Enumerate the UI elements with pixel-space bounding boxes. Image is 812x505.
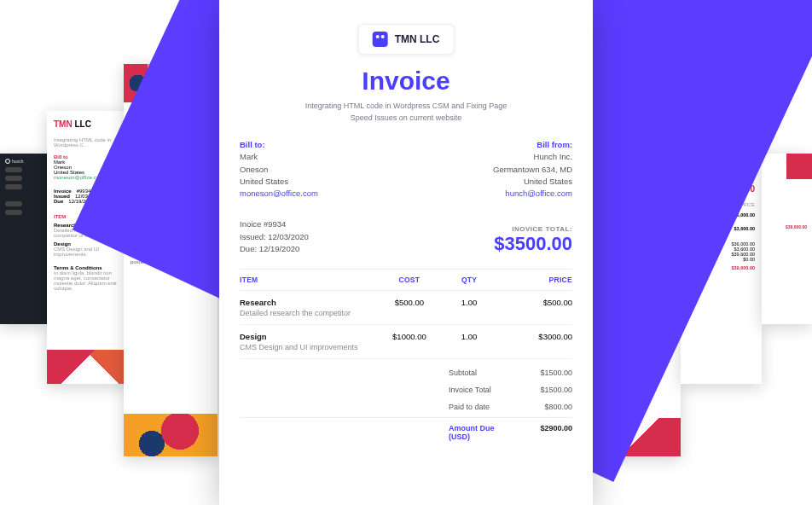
item-name: Research [240,298,380,307]
invoice-total-label: INOVICE TOTAL: [494,225,572,233]
summary-subtotal: Subtotal $1500.00 [240,364,572,381]
item-name: Design [240,332,380,341]
tc-body: In diam ligula, blandit non magna eget, … [54,270,125,291]
bill-to-name1: Mark [240,151,318,163]
brand: TMN LLC [54,119,125,129]
bill-to-block: Bill to: Mark Oneson United States mones… [240,139,318,200]
invoice-total-block: INOVICE TOTAL: $3500.00 [494,225,572,255]
summary-paid: Paid to date $800.00 [240,398,572,415]
due-l: Due [54,199,63,204]
bill-to-country: United States [240,176,318,188]
bill-from-company: Hunch Inc. [493,151,572,163]
bill-from-city: Germantown 634, MD [493,164,572,176]
line-item-row: Research Detailed research the competito… [240,291,572,325]
bill-from-label: Bill from: [493,139,572,151]
col-qty: QTY [439,276,499,284]
col-item: ITEM [240,276,380,284]
bill-to-name2: Oneson [240,164,318,176]
summary-amount-due: Amount Due (USD) $2900.00 [240,417,572,445]
invoice-total-amount: $3500.00 [494,233,572,255]
col-price: PRICE [499,276,572,284]
pattern-bottom-decoration [124,414,218,456]
item-sub: CMS Design and UI improvements [240,343,380,351]
item-price: $500.00 [499,298,572,317]
main-invoice-card: TMN LLC Invoice Integrating HTML code in… [219,0,593,505]
bg-card-farright: ◆ TMN LLC $39,600.00 [762,154,812,324]
item-qty: 1.00 [439,298,499,317]
invoice-title: Invoice [240,67,572,96]
invoice-due: Due: 12/19/2020 [240,243,309,255]
red-corner-decoration [786,154,812,179]
summary-invoice-total: Invoice Total $1500.00 [240,381,572,398]
bg-card-farleft: hunch [0,154,47,324]
invoice-issued: Issued: 12/03/2020 [240,231,309,243]
decorative-wave [47,350,132,384]
bill-to-email: moneson@office.com [240,188,318,200]
invoice-number: Inoice #9934 [240,218,309,230]
bill-to-label: Bill to: [240,139,318,151]
item-cost: $1000.00 [380,332,439,351]
brand-label: hunch [5,159,42,164]
logo-badge: TMN LLC [358,24,455,55]
item-cost: $500.00 [380,298,439,317]
item-qty: 1.00 [439,332,499,351]
due-value: $39,600.00 [731,265,755,270]
bill-from-country: United States [493,176,572,188]
bill-from-email: hunch@office.com [493,188,572,200]
invoice-meta: Inoice #9934 Issued: 12/03/2020 Due: 12/… [240,218,309,255]
logo-text: TMN LLC [395,33,440,45]
item-sub: Detailed research the competitor [240,309,380,317]
item-price: $3000.00 [499,332,572,351]
line-items-header: ITEM COST QTY PRICE [240,269,572,291]
invoice-description: Integrating HTML code in Wordpress CSM a… [240,101,572,124]
line-item-row: Design CMS Design and UI improvements $1… [240,325,572,359]
robot-icon [373,32,388,47]
col-cost: COST [380,276,439,284]
bill-from-block: Bill from: Hunch Inc. Germantown 634, MD… [493,139,572,200]
total: $39,600.00 [767,224,807,229]
